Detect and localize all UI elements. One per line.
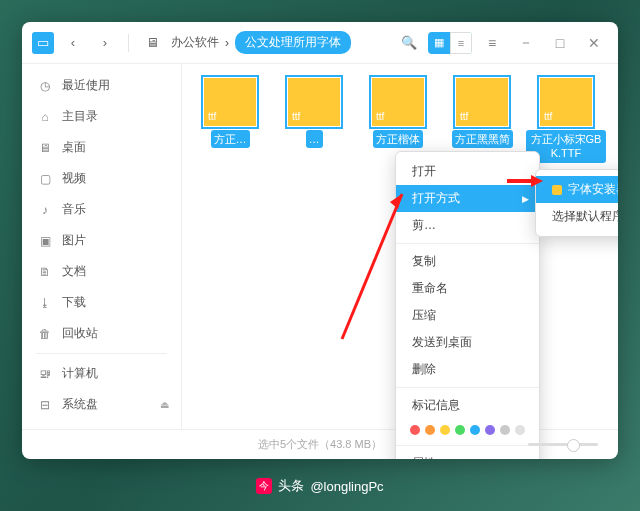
tag-color[interactable]: [440, 425, 450, 435]
submenu-item[interactable]: 选择默认程序: [536, 203, 618, 230]
menu-item[interactable]: 标记信息: [396, 392, 539, 419]
breadcrumb-parent[interactable]: 办公软件: [171, 34, 219, 51]
sidebar-item-icon: 🗎: [38, 265, 52, 279]
menu-button[interactable]: ≡: [478, 29, 506, 57]
tag-color[interactable]: [500, 425, 510, 435]
status-text: 选中5个文件（43.8 MB）: [258, 437, 382, 452]
sidebar-item-icon: ⭳: [38, 296, 52, 310]
sidebar-item[interactable]: ▢视频: [22, 163, 181, 194]
titlebar: ▭ ‹ › 🖥 办公软件 › 公文处理所用字体 🔍 ▦ ≡ ≡ － □ ✕: [22, 22, 618, 64]
tag-color[interactable]: [470, 425, 480, 435]
menu-item[interactable]: 打开: [396, 158, 539, 185]
sidebar-item[interactable]: ⊟数据盘⏏: [22, 420, 181, 429]
menu-item[interactable]: 复制: [396, 248, 539, 275]
menu-item[interactable]: 压缩: [396, 302, 539, 329]
menu-separator: [396, 243, 539, 244]
sidebar-item-label: 计算机: [62, 365, 98, 382]
chevron-right-icon: ▶: [522, 194, 529, 204]
sidebar-item-icon: ▢: [38, 172, 52, 186]
sidebar-item[interactable]: 🖳计算机: [22, 358, 181, 389]
sidebar-item[interactable]: 🗑回收站: [22, 318, 181, 349]
menu-separator: [396, 445, 539, 446]
tag-color[interactable]: [485, 425, 495, 435]
sidebar-item-label: 文档: [62, 263, 86, 280]
sidebar-item[interactable]: 🖥桌面: [22, 132, 181, 163]
view-grid-button[interactable]: ▦: [428, 32, 450, 54]
watermark-icon: 今: [256, 478, 272, 494]
sidebar-item-label: 回收站: [62, 325, 98, 342]
sidebar-item-label: 下载: [62, 294, 86, 311]
file-grid[interactable]: ttf方正…ttf…ttf方正楷体ttf方正黑黑简ttf方正小标宋GBK.TTF…: [182, 64, 618, 429]
device-icon[interactable]: 🖥: [139, 30, 165, 56]
sidebar-item[interactable]: ▣图片: [22, 225, 181, 256]
menu-item[interactable]: 删除: [396, 356, 539, 383]
tag-color[interactable]: [515, 425, 525, 435]
sidebar-item-icon: 🖳: [38, 367, 52, 381]
sidebar-item-icon: ⊟: [38, 429, 52, 430]
svg-line-0: [342, 194, 402, 339]
menu-item[interactable]: 发送到桌面: [396, 329, 539, 356]
divider: [128, 34, 129, 52]
file-item[interactable]: ttf方正…: [190, 78, 270, 163]
sidebar-item-label: 最近使用: [62, 77, 110, 94]
menu-item[interactable]: 重命名: [396, 275, 539, 302]
sidebar-item-icon: 🗑: [38, 327, 52, 341]
tag-color[interactable]: [410, 425, 420, 435]
view-list-button[interactable]: ≡: [450, 32, 472, 54]
sidebar: ◷最近使用⌂主目录🖥桌面▢视频♪音乐▣图片🗎文档⭳下载🗑回收站 🖳计算机⊟系统盘…: [22, 64, 182, 429]
sidebar-item-label: 视频: [62, 170, 86, 187]
sidebar-item-icon: ▣: [38, 234, 52, 248]
maximize-button[interactable]: □: [546, 29, 574, 57]
menu-item[interactable]: 打开方式▶: [396, 185, 539, 212]
sidebar-item-icon: 🖥: [38, 141, 52, 155]
submenu-item[interactable]: 字体安装器: [536, 176, 618, 203]
sidebar-item[interactable]: ⊟系统盘⏏: [22, 389, 181, 420]
search-button[interactable]: 🔍: [396, 30, 422, 56]
file-item[interactable]: ttf…: [274, 78, 354, 163]
watermark: 今 头条 @longlingPc: [0, 477, 640, 495]
sidebar-item-label: 主目录: [62, 108, 98, 125]
breadcrumb-current[interactable]: 公文处理所用字体: [235, 31, 351, 54]
sidebar-item-label: 桌面: [62, 139, 86, 156]
sidebar-item[interactable]: ⌂主目录: [22, 101, 181, 132]
back-button[interactable]: ‹: [60, 30, 86, 56]
file-name: …: [306, 130, 323, 148]
sidebar-item-icon: ⊟: [38, 398, 52, 412]
zoom-slider[interactable]: [528, 443, 598, 446]
eject-icon[interactable]: ⏏: [160, 399, 169, 410]
forward-button[interactable]: ›: [92, 30, 118, 56]
sidebar-item-label: 数据盘: [62, 427, 98, 429]
menu-item[interactable]: 属性: [396, 450, 539, 459]
sidebar-separator: [36, 353, 167, 354]
minimize-button[interactable]: －: [512, 29, 540, 57]
tag-colors: [396, 419, 539, 441]
context-submenu: 字体安装器选择默认程序: [535, 169, 618, 237]
file-name: 方正黑黑简: [452, 130, 513, 148]
app-logo: ▭: [32, 32, 54, 54]
menu-item[interactable]: 剪…: [396, 212, 539, 239]
breadcrumb[interactable]: 办公软件 › 公文处理所用字体: [171, 31, 351, 54]
context-menu: 打开打开方式▶剪…复制重命名压缩发送到桌面删除标记信息属性: [395, 151, 540, 459]
tag-color[interactable]: [455, 425, 465, 435]
sidebar-item-label: 图片: [62, 232, 86, 249]
menu-separator: [396, 387, 539, 388]
sidebar-item[interactable]: 🗎文档: [22, 256, 181, 287]
sidebar-item[interactable]: ◷最近使用: [22, 70, 181, 101]
sidebar-item-icon: ♪: [38, 203, 52, 217]
sidebar-item[interactable]: ⭳下载: [22, 287, 181, 318]
sidebar-item[interactable]: ♪音乐: [22, 194, 181, 225]
file-item[interactable]: ttf方正楷体: [358, 78, 438, 163]
view-mode-group: ▦ ≡: [428, 32, 472, 54]
file-name: 方正楷体: [373, 130, 423, 148]
file-manager-window: ▭ ‹ › 🖥 办公软件 › 公文处理所用字体 🔍 ▦ ≡ ≡ － □ ✕ ◷最…: [22, 22, 618, 459]
sidebar-item-icon: ◷: [38, 79, 52, 93]
app-icon: [552, 185, 562, 195]
sidebar-item-label: 系统盘: [62, 396, 98, 413]
file-name: 方正…: [211, 130, 250, 148]
sidebar-item-icon: ⌂: [38, 110, 52, 124]
sidebar-item-label: 音乐: [62, 201, 86, 218]
file-item[interactable]: ttf方正黑黑简: [442, 78, 522, 163]
file-item[interactable]: ttf方正小标宋GBK.TTF: [526, 78, 606, 163]
close-button[interactable]: ✕: [580, 29, 608, 57]
tag-color[interactable]: [425, 425, 435, 435]
